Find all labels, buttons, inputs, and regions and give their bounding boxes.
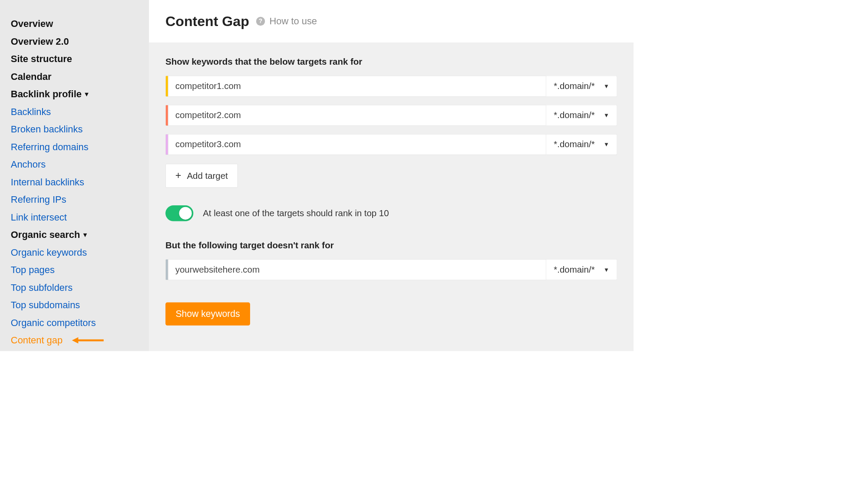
top10-toggle-label: At least one of the targets should rank …	[203, 208, 389, 218]
sidebar-item-organic-competitors[interactable]: Organic competitors	[11, 316, 139, 329]
caret-down-icon: ▼	[82, 231, 88, 239]
sidebar-item-overview[interactable]: Overview	[11, 17, 139, 30]
sidebar-item-referring-domains[interactable]: Referring domains	[11, 141, 139, 154]
how-to-use-link[interactable]: How to use	[269, 16, 317, 27]
sidebar-section-organic-search[interactable]: Organic search▼	[11, 228, 139, 241]
sidebar-item-anchors[interactable]: Anchors	[11, 158, 139, 171]
top10-toggle[interactable]	[165, 205, 193, 221]
sidebar-section-backlink-profile[interactable]: Backlink profile▼	[11, 88, 139, 101]
toggle-knob	[179, 207, 191, 220]
top10-toggle-row: At least one of the targets should rank …	[165, 205, 617, 221]
target-mode-select[interactable]: *.domain/*▼	[546, 134, 617, 155]
sidebar-item-site-structure[interactable]: Site structure	[11, 53, 139, 66]
caret-down-icon: ▼	[604, 83, 609, 89]
sidebar-item-top-pages[interactable]: Top pages	[11, 264, 139, 277]
caret-down-icon: ▼	[604, 112, 609, 119]
page-header: Content Gap ? How to use	[149, 0, 634, 43]
target-row: *.domain/*▼	[165, 134, 617, 155]
exclude-input[interactable]	[168, 259, 546, 280]
exclude-mode-select[interactable]: *.domain/*▼	[546, 259, 617, 280]
main-content: Content Gap ? How to use Show keywords t…	[149, 0, 634, 351]
sidebar-item-backlinks[interactable]: Backlinks	[11, 105, 139, 119]
sidebar-item-referring-ips[interactable]: Referring IPs	[11, 193, 139, 206]
sidebar-item-organic-keywords[interactable]: Organic keywords	[11, 246, 139, 259]
caret-down-icon: ▼	[604, 267, 609, 273]
sidebar-item-calendar[interactable]: Calendar	[11, 70, 139, 83]
sidebar-item-link-intersect[interactable]: Link intersect	[11, 211, 139, 224]
sidebar-item-broken-backlinks[interactable]: Broken backlinks	[11, 123, 139, 136]
help-icon[interactable]: ?	[256, 17, 265, 26]
content-gap-form: Show keywords that the below targets ran…	[149, 43, 634, 351]
plus-icon: +	[175, 170, 182, 181]
target-row: *.domain/*▼	[165, 105, 617, 126]
svg-marker-1	[72, 337, 79, 344]
target-row: *.domain/*▼	[165, 76, 617, 96]
target-input-2[interactable]	[168, 105, 546, 126]
sidebar-item-top-subdomains[interactable]: Top subdomains	[11, 299, 139, 312]
add-target-button[interactable]: + Add target	[165, 164, 238, 188]
sidebar: Overview Overview 2.0 Site structure Cal…	[0, 0, 149, 351]
sidebar-item-internal-backlinks[interactable]: Internal backlinks	[11, 176, 139, 189]
page-title: Content Gap	[165, 13, 249, 30]
sidebar-item-overview-2[interactable]: Overview 2.0	[11, 35, 139, 48]
target-mode-select[interactable]: *.domain/*▼	[546, 76, 617, 96]
show-keywords-button[interactable]: Show keywords	[165, 302, 250, 325]
sidebar-item-content-gap[interactable]: Content gap	[11, 334, 139, 347]
sidebar-item-top-subfolders[interactable]: Top subfolders	[11, 281, 139, 294]
target-input-3[interactable]	[168, 134, 546, 155]
targets-heading: Show keywords that the below targets ran…	[165, 57, 617, 67]
exclude-row: *.domain/*▼	[165, 259, 617, 280]
caret-down-icon: ▼	[83, 90, 89, 99]
target-mode-select[interactable]: *.domain/*▼	[546, 105, 617, 126]
target-input-1[interactable]	[168, 76, 546, 96]
arrow-left-icon	[72, 337, 104, 344]
exclude-heading: But the following target doesn't rank fo…	[165, 240, 617, 250]
caret-down-icon: ▼	[604, 141, 609, 148]
